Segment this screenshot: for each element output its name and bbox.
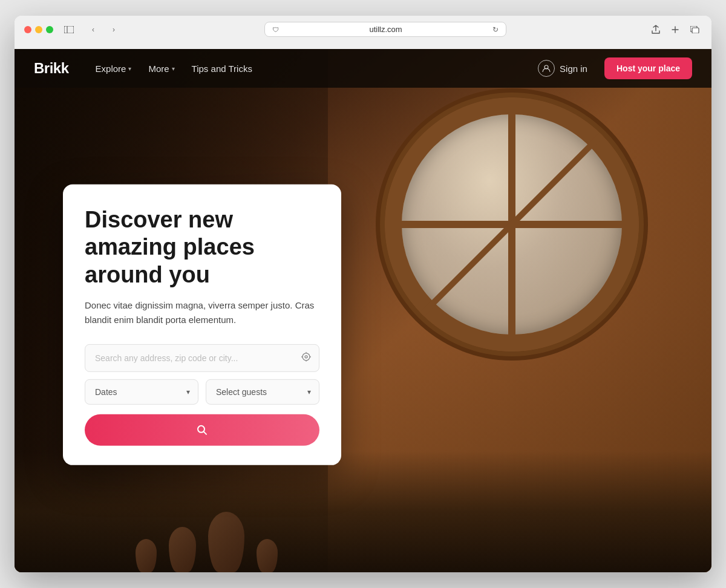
host-button[interactable]: Host your place — [604, 57, 692, 79]
tabs-icon[interactable] — [687, 22, 702, 37]
tips-nav-item[interactable]: Tips and Tricks — [185, 60, 260, 77]
close-button[interactable] — [24, 26, 31, 33]
vase-medium — [169, 527, 196, 572]
location-target-icon — [301, 352, 311, 364]
explore-nav-item[interactable]: Explore ▾ — [88, 60, 139, 77]
guests-select-wrapper: Select guests 1 guest 2 guests 3 guests … — [206, 379, 319, 405]
url-display[interactable]: utillz.com — [284, 25, 488, 34]
vase-small-2 — [257, 539, 278, 572]
sign-in-label: Sign in — [560, 64, 587, 74]
nav-links: Explore ▾ More ▾ Tips and Tricks — [88, 60, 531, 77]
new-tab-icon[interactable] — [668, 22, 682, 37]
search-card: Discover new amazing places around you D… — [63, 184, 341, 465]
location-search-wrapper — [85, 344, 319, 372]
more-chevron-icon: ▾ — [172, 65, 175, 72]
search-button[interactable] — [85, 414, 319, 446]
security-icon: 🛡 — [272, 26, 279, 33]
page-content: Brikk Explore ▾ More ▾ Tips and Tricks — [15, 49, 711, 572]
user-avatar-icon — [538, 60, 555, 77]
hero-title: Discover new amazing places around you — [85, 206, 319, 289]
refresh-icon[interactable]: ↻ — [492, 25, 499, 34]
circular-window-decoration — [385, 97, 639, 351]
back-button[interactable]: ‹ — [85, 24, 102, 36]
maximize-button[interactable] — [46, 26, 53, 33]
location-search-input[interactable] — [85, 344, 319, 372]
svg-point-8 — [305, 356, 307, 358]
sign-in-button[interactable]: Sign in — [531, 56, 595, 80]
nav-controls: ‹ › — [85, 24, 122, 36]
guests-select[interactable]: Select guests 1 guest 2 guests 3 guests … — [206, 379, 319, 405]
more-label: More — [148, 64, 169, 74]
nav-right: Sign in Host your place — [531, 56, 692, 80]
sidebar-toggle-icon[interactable] — [60, 24, 77, 36]
browser-window: ‹ › 🛡 utillz.com ↻ — [15, 16, 711, 572]
hero-subtitle: Donec vitae dignissim magna, viverra sem… — [85, 298, 319, 327]
dates-select[interactable]: Dates Today This week This month — [85, 379, 198, 405]
traffic-lights — [24, 26, 53, 33]
more-nav-item[interactable]: More ▾ — [141, 60, 182, 77]
forward-button[interactable]: › — [105, 24, 122, 36]
browser-chrome: ‹ › 🛡 utillz.com ↻ — [15, 16, 711, 49]
svg-line-14 — [204, 432, 207, 435]
vase-large — [208, 512, 244, 572]
share-icon[interactable] — [649, 22, 663, 37]
tips-label: Tips and Tricks — [192, 64, 252, 74]
vase-decoration — [136, 512, 278, 572]
svg-rect-5 — [692, 28, 699, 33]
vase-small — [136, 539, 157, 572]
site-logo[interactable]: Brikk — [34, 60, 69, 77]
svg-point-7 — [302, 353, 310, 361]
address-bar[interactable]: 🛡 utillz.com ↻ — [264, 22, 506, 37]
search-filters-row: Dates Today This week This month ▾ Selec… — [85, 379, 319, 405]
explore-label: Explore — [96, 64, 126, 74]
bottom-overlay — [15, 451, 711, 572]
browser-actions — [649, 22, 702, 37]
svg-rect-0 — [64, 26, 74, 33]
minimize-button[interactable] — [35, 26, 42, 33]
search-icon — [196, 424, 208, 436]
dates-select-wrapper: Dates Today This week This month ▾ — [85, 379, 198, 405]
navbar: Brikk Explore ▾ More ▾ Tips and Tricks — [15, 49, 711, 88]
explore-chevron-icon: ▾ — [128, 65, 131, 72]
